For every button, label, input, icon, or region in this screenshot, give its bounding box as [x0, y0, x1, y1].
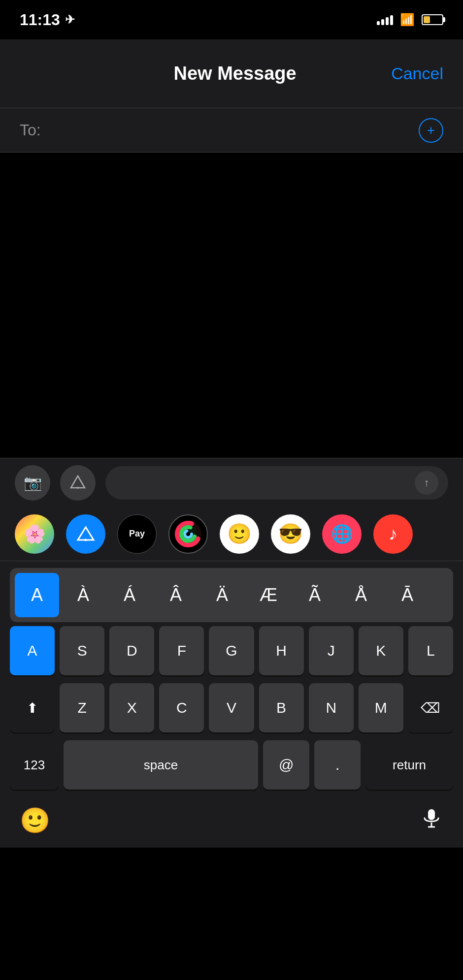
applepay-icon[interactable]: Pay: [117, 514, 157, 554]
appstore-app-icon[interactable]: [66, 514, 105, 554]
popup-key-Agrave[interactable]: À: [61, 573, 105, 617]
photos-app-icon[interactable]: 🌸: [15, 514, 54, 554]
message-toolbar: 📷 ↑: [0, 458, 463, 507]
key-S[interactable]: S: [60, 626, 104, 675]
key-F[interactable]: F: [159, 626, 204, 675]
nav-bar: New Message Cancel: [0, 39, 463, 108]
battery-fill: [424, 16, 430, 23]
emoji-button[interactable]: 🙂: [20, 806, 50, 835]
message-input-bar[interactable]: ↑: [105, 466, 448, 500]
signal-bars: [377, 14, 393, 25]
key-K[interactable]: K: [359, 626, 403, 675]
popup-key-Acircumflex[interactable]: Â: [154, 573, 198, 617]
popup-key-Atilde[interactable]: Ã: [293, 573, 337, 617]
key-X[interactable]: X: [109, 683, 154, 732]
key-D[interactable]: D: [109, 626, 154, 675]
camera-icon: 📷: [24, 474, 42, 491]
keyboard: A À Á Â Ä Æ Ã Å Ā A S D F G H J K L ⬆: [0, 561, 463, 848]
appstore-button[interactable]: [60, 465, 96, 501]
key-J[interactable]: J: [309, 626, 354, 675]
keyboard-row-4-container: 123 space @ . return: [0, 736, 463, 798]
music-note-icon: ♪: [389, 524, 397, 544]
message-body[interactable]: [0, 153, 463, 458]
longpress-popup: A À Á Â Ä Æ Ã Å Ā: [10, 568, 453, 622]
svg-rect-8: [428, 809, 435, 820]
key-A[interactable]: A: [10, 626, 55, 675]
dot-key[interactable]: .: [314, 740, 361, 790]
appstore-icon: [69, 474, 87, 492]
at-label: @: [279, 757, 294, 773]
at-key[interactable]: @: [263, 740, 309, 790]
activity-ring-svg: [173, 519, 203, 549]
keyboard-row-2-container: A S D F G H J K L: [0, 622, 463, 679]
signal-bar-2: [381, 19, 384, 25]
key-H[interactable]: H: [259, 626, 304, 675]
send-button[interactable]: ↑: [415, 471, 438, 495]
longpress-row: A À Á Â Ä Æ Ã Å Ā: [0, 561, 463, 622]
shift-key[interactable]: ⬆: [10, 683, 55, 732]
numbers-label: 123: [24, 758, 45, 773]
key-Z[interactable]: Z: [60, 683, 104, 732]
keyboard-row-3: ⬆ Z X C V B N M ⌫: [5, 679, 458, 736]
applepay-text: Pay: [129, 529, 145, 539]
wifi-icon: 📶: [400, 13, 415, 27]
keyboard-row-4: 123 space @ . return: [5, 736, 458, 793]
signal-bar-3: [386, 17, 389, 25]
shift-icon: ⬆: [27, 700, 38, 716]
memoji-icon[interactable]: 🙂: [220, 514, 259, 554]
svg-point-0: [77, 487, 79, 489]
popup-key-AE[interactable]: Æ: [246, 573, 291, 617]
popup-key-Adiaeresis[interactable]: Ä: [200, 573, 244, 617]
send-icon: ↑: [424, 476, 430, 489]
backspace-icon: ⌫: [421, 700, 440, 716]
nav-title: New Message: [173, 63, 296, 84]
location-icon: ✈: [65, 13, 75, 27]
dot-label: .: [335, 757, 339, 773]
popup-key-A[interactable]: A: [15, 573, 59, 617]
return-key[interactable]: return: [365, 740, 453, 790]
app-strip: 🌸 Pay 🙂 😎 🌐 ♪: [0, 507, 463, 561]
key-B[interactable]: B: [259, 683, 304, 732]
popup-key-Amacron[interactable]: Ā: [385, 573, 430, 617]
memoji-face: 🙂: [227, 522, 252, 545]
keyboard-row-3-container: ⬆ Z X C V B N M ⌫: [0, 679, 463, 736]
key-L[interactable]: L: [408, 626, 453, 675]
backspace-key[interactable]: ⌫: [408, 683, 453, 732]
status-time: 11:13 ✈: [20, 11, 75, 29]
keyboard-bottom-bar: 🙂: [0, 798, 463, 848]
signal-bar-1: [377, 21, 380, 25]
mic-button[interactable]: [420, 806, 443, 835]
memoji2-face: 😎: [278, 522, 303, 545]
key-G[interactable]: G: [209, 626, 254, 675]
key-M[interactable]: M: [359, 683, 403, 732]
cancel-button[interactable]: Cancel: [391, 64, 443, 83]
appstore-app-svg: [76, 524, 96, 544]
globe-search-icon: 🌐: [331, 524, 353, 544]
memoji2-icon[interactable]: 😎: [271, 514, 310, 554]
add-recipient-button[interactable]: +: [419, 118, 443, 143]
popup-key-Aring[interactable]: Å: [339, 573, 383, 617]
websearch-icon[interactable]: 🌐: [322, 514, 362, 554]
numbers-key[interactable]: 123: [10, 740, 59, 790]
activity-icon[interactable]: [168, 514, 208, 554]
to-label: To:: [20, 121, 41, 139]
key-C[interactable]: C: [159, 683, 204, 732]
status-icons: 📶: [377, 13, 443, 27]
keyboard-row-2: A S D F G H J K L: [5, 622, 458, 679]
camera-button[interactable]: 📷: [15, 465, 50, 501]
signal-bar-4: [390, 15, 393, 25]
to-input[interactable]: [49, 121, 419, 139]
space-key[interactable]: space: [64, 740, 258, 790]
key-V[interactable]: V: [209, 683, 254, 732]
svg-point-1: [85, 538, 87, 541]
status-bar: 11:13 ✈ 📶: [0, 0, 463, 39]
return-label: return: [393, 758, 426, 773]
battery-icon: [422, 14, 443, 25]
photos-icon: 🌸: [24, 524, 46, 544]
music-icon[interactable]: ♪: [373, 514, 413, 554]
to-field: To: +: [0, 108, 463, 153]
popup-key-Aacute[interactable]: Á: [107, 573, 152, 617]
key-N[interactable]: N: [309, 683, 354, 732]
time-display: 11:13: [20, 11, 60, 29]
microphone-icon: [420, 806, 443, 830]
